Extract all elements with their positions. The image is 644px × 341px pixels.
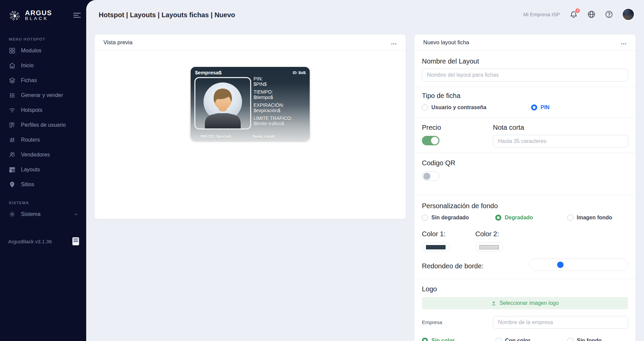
codigo-qr-heading: Codigo QR <box>422 159 628 167</box>
ficha-field-label: PIN: <box>254 76 292 81</box>
color1-picker[interactable] <box>422 242 450 252</box>
preview-card-title: Vista previa <box>103 39 133 46</box>
preview-card: Vista previa ... $empresa$ ID: $id$ <box>95 34 406 219</box>
radio-circle-icon <box>567 338 573 341</box>
radio-imagen-fondo[interactable]: Imagen fondo <box>567 215 612 221</box>
radio-sin-fondo[interactable]: Sin fondo <box>567 338 602 341</box>
tipo-ficha-heading: Tipo de ficha <box>422 92 628 100</box>
ficha-precio: PRECIO: $precio$ <box>200 135 231 139</box>
sidebar-item-inicio[interactable]: Inicio <box>0 58 86 73</box>
form-card-title: Nuevo layout ficha <box>423 39 469 46</box>
sidebar-item-label: Hotspots <box>21 107 42 113</box>
app-version: ArgusBlack v3.1.36 <box>8 239 52 244</box>
sidebar-item-label: Modulos <box>21 48 41 54</box>
sidebar-item-label: Routers <box>21 137 40 143</box>
border-radius-slider[interactable] <box>529 259 628 271</box>
radio-circle-icon <box>422 104 428 111</box>
sidebar-section-menu-hotspot: MENU HOTSPOT <box>0 37 86 41</box>
topbar: Hotspot | Layouts | Layouts fichas | Nue… <box>86 0 644 31</box>
color1-heading: Color 1: <box>422 230 628 238</box>
empresa-input[interactable] <box>493 316 628 329</box>
sidebar-item-modulos[interactable]: Modulos <box>0 43 86 58</box>
sidebar-item-label: Generar y vender <box>21 92 63 98</box>
color2-picker[interactable] <box>475 242 503 252</box>
radio-usuario-contrasena[interactable]: Usuario y contraseña <box>422 104 486 111</box>
sidebar-item-routers[interactable]: Routers <box>0 132 86 147</box>
chevron-down-icon <box>74 212 78 216</box>
hash-icon <box>9 137 16 143</box>
radio-circle-icon <box>531 104 537 111</box>
logo-line2: BLACK <box>25 16 52 21</box>
company-name: Mi Empresa ISP <box>523 11 560 17</box>
person-avatar-icon <box>195 78 250 128</box>
radio-sin-degradado[interactable]: Sin degradado <box>422 215 469 221</box>
divider <box>414 118 636 118</box>
upload-icon <box>491 301 496 306</box>
profiles-icon <box>9 122 16 128</box>
dots-grid-icon <box>9 92 16 99</box>
nota-corta-heading: Nota corta <box>493 124 628 131</box>
certificate-badge-icon[interactable] <box>72 237 79 245</box>
sidebar-item-fichas[interactable]: Fichas <box>0 73 86 88</box>
sidebar-section-sistema: SISTEMA <box>0 201 86 205</box>
ficha-preview: $empresa$ ID: $id$ <box>191 67 310 141</box>
codigo-qr-toggle[interactable] <box>422 171 439 181</box>
sidebar-item-label: Inicio <box>21 63 33 69</box>
breadcrumb: Hotspot | Layouts | Layouts fichas | Nue… <box>99 11 235 19</box>
sidebar-item-sistema[interactable]: Sistema <box>0 207 86 222</box>
radio-circle-icon <box>496 338 502 341</box>
map-pin-icon <box>9 181 16 188</box>
help-button[interactable] <box>604 10 613 19</box>
radio-sin-color[interactable]: Sin color <box>422 338 454 341</box>
form-card-menu-icon[interactable]: ... <box>621 41 627 44</box>
modules-grid-icon <box>9 47 16 54</box>
radio-circle-icon <box>422 338 428 341</box>
divider <box>414 87 636 87</box>
sidebar-item-label: Fichas <box>21 77 37 83</box>
gear-icon <box>9 211 16 218</box>
sidebar-collapse-icon[interactable] <box>73 13 81 19</box>
home-icon <box>9 62 16 69</box>
sidebar-item-generar-y-vender[interactable]: Generar y vender <box>0 88 86 103</box>
nombre-layout-heading: Nombre del Layout <box>422 57 628 65</box>
ficha-field-label: TIEMPO: <box>254 89 292 95</box>
ficha-field-value: $tiempo$ <box>254 95 292 100</box>
argus-network-logo-icon <box>8 9 22 22</box>
sidebar-item-hotspots[interactable]: Hotspots <box>0 103 86 118</box>
sidebar: ARGUS BLACK MENU HOTSPOT Modulos Inicio … <box>0 0 86 341</box>
slider-knob[interactable] <box>557 262 564 268</box>
app-logo: ARGUS BLACK <box>0 0 86 22</box>
ficha-avatar-frame <box>194 77 251 129</box>
radio-con-color[interactable]: Con color <box>496 338 530 341</box>
logo-line1: ARGUS <box>25 10 52 16</box>
radio-pin[interactable]: PIN <box>531 104 550 111</box>
layers-icon <box>9 77 16 84</box>
user-avatar[interactable] <box>622 8 635 21</box>
ficha-fields: PIN:$PIN$ TIEMPO:$tiempo$ EXPIRACIÓN:$ex… <box>254 76 292 129</box>
divider <box>414 153 636 153</box>
wifi-icon <box>9 107 16 114</box>
select-logo-button[interactable]: Seleccionar imagen logo <box>422 297 628 309</box>
sidebar-item-vendedores[interactable]: Vendedores <box>0 147 86 162</box>
globe-icon <box>587 10 596 19</box>
ficha-field-value: $PIN$ <box>254 81 292 87</box>
preview-card-menu-icon[interactable]: ... <box>391 41 397 44</box>
precio-toggle[interactable] <box>422 136 439 145</box>
radio-circle-icon <box>567 215 573 221</box>
notifications-button[interactable]: 4 <box>569 10 578 19</box>
nombre-layout-input[interactable] <box>422 69 628 81</box>
sidebar-item-sitios[interactable]: Sitios <box>0 177 86 192</box>
personalizacion-fondo-heading: Personalización de fondo <box>422 202 628 210</box>
main-content: Hotspot | Layouts | Layouts fichas | Nue… <box>86 0 644 341</box>
ficha-empresa: $empresa$ <box>195 70 221 75</box>
sidebar-item-layouts[interactable]: Layouts <box>0 162 86 177</box>
color2-heading: Color 2: <box>475 230 499 238</box>
radio-degradado[interactable]: Degradado <box>495 215 533 221</box>
language-button[interactable] <box>587 10 596 19</box>
logo-heading: Logo <box>422 285 628 293</box>
new-layout-form-card: Nuevo layout ficha ... Nombre del Layout… <box>414 34 636 341</box>
radio-circle-icon <box>422 215 428 221</box>
ficha-field-label: LIMITE TRAFICO: <box>254 116 292 121</box>
nota-corta-input[interactable] <box>493 135 628 148</box>
sidebar-item-perfiles-de-usuario[interactable]: Perfiles de usuario <box>0 118 86 132</box>
